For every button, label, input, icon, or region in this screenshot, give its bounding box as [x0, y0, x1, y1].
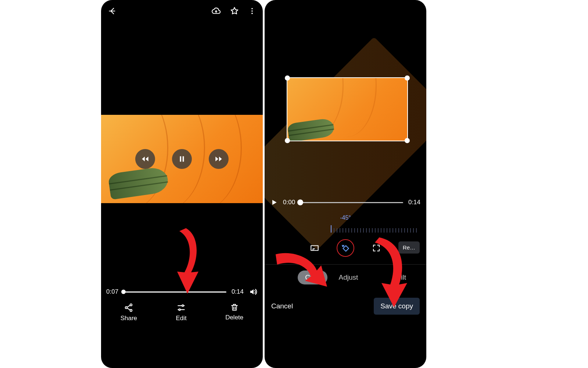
editor-seek-bar[interactable]: 0:00 0:14 — [265, 199, 426, 206]
tab-crop-label: Crop — [305, 273, 320, 281]
tab-adjust-label: Adjust — [338, 273, 358, 281]
trash-icon — [230, 303, 239, 312]
share-icon — [124, 303, 133, 312]
aspect-ratio-button[interactable] — [306, 240, 323, 256]
phone-right: 0:00 0:14 -45° Re… . Crop Adjust Filt Ca… — [265, 0, 426, 368]
rewind-icon — [140, 154, 150, 164]
dots-vertical-icon — [248, 7, 256, 15]
rotation-angle-label: -45° — [265, 215, 426, 221]
pause-icon — [178, 155, 186, 163]
tab-adjust[interactable]: Adjust — [338, 273, 358, 282]
expand-icon — [372, 244, 381, 252]
rotate-button[interactable] — [337, 239, 354, 257]
current-time-label: 0:00 — [283, 199, 295, 206]
edit-button[interactable]: Edit — [176, 303, 186, 322]
expand-button[interactable] — [368, 240, 384, 256]
seek-track[interactable] — [123, 291, 226, 293]
crop-handle-top-right[interactable] — [405, 75, 410, 81]
reset-chip[interactable]: Re… — [398, 241, 420, 254]
rotation-dial[interactable] — [331, 224, 423, 233]
play-icon — [270, 199, 278, 206]
play-button[interactable] — [270, 199, 278, 206]
save-copy-label: Save copy — [380, 302, 413, 310]
forward-button[interactable] — [209, 149, 229, 169]
crop-frame[interactable] — [287, 77, 408, 141]
favorite-button[interactable] — [230, 6, 239, 16]
volume-icon — [249, 287, 258, 296]
rotate-icon — [341, 243, 350, 253]
svg-point-1 — [251, 10, 253, 12]
cloud-upload-icon — [211, 6, 221, 16]
cancel-button[interactable]: Cancel — [271, 302, 293, 310]
svg-rect-10 — [311, 246, 318, 251]
rewind-button[interactable] — [135, 149, 155, 169]
bottom-action-bar: Share Edit Delete — [101, 303, 263, 322]
star-icon — [230, 6, 239, 16]
duration-label: 0:14 — [232, 288, 244, 296]
crop-handle-bottom-right[interactable] — [405, 138, 410, 143]
share-button[interactable]: Share — [121, 303, 137, 322]
edit-label: Edit — [176, 315, 186, 322]
upload-button[interactable] — [211, 6, 221, 16]
video-frame[interactable] — [101, 115, 263, 203]
tab-filters-label: Filt — [397, 273, 406, 281]
cancel-label: Cancel — [271, 302, 293, 310]
arrow-left-icon — [108, 6, 117, 16]
editor-footer: Cancel Save copy — [265, 298, 426, 315]
svg-point-2 — [251, 13, 253, 14]
svg-rect-4 — [183, 156, 184, 162]
top-bar — [101, 0, 263, 22]
sliders-icon — [176, 303, 186, 312]
crop-handle-bottom-left[interactable] — [285, 138, 290, 143]
tab-crop[interactable]: Crop — [298, 270, 327, 284]
svg-rect-3 — [180, 156, 182, 162]
share-label: Share — [121, 315, 137, 322]
reset-label: Re… — [403, 244, 415, 251]
svg-rect-11 — [343, 245, 348, 251]
divider — [265, 264, 426, 265]
back-button[interactable] — [108, 6, 117, 16]
delete-label: Delete — [225, 314, 243, 321]
svg-point-8 — [182, 305, 183, 306]
delete-button[interactable]: Delete — [225, 303, 243, 322]
volume-button[interactable] — [249, 287, 258, 296]
tab-filters[interactable]: Filt — [397, 273, 406, 282]
save-copy-button[interactable]: Save copy — [374, 298, 420, 315]
phone-left: 0:07 0:14 Share Edit Delete — [101, 0, 263, 368]
seek-bar[interactable]: 0:07 0:14 — [101, 287, 263, 296]
more-button[interactable] — [248, 7, 256, 15]
svg-point-0 — [251, 8, 253, 10]
seek-track[interactable] — [300, 202, 403, 203]
aspect-ratio-icon — [310, 243, 319, 253]
crop-handle-top-left[interactable] — [285, 75, 290, 81]
duration-label: 0:14 — [408, 199, 420, 206]
playback-controls — [135, 149, 229, 169]
edit-tabs: . Crop Adjust Filt — [265, 270, 426, 284]
pause-button[interactable] — [172, 149, 192, 169]
current-time-label: 0:07 — [106, 288, 118, 296]
fast-forward-icon — [214, 154, 223, 164]
svg-point-9 — [179, 309, 180, 310]
